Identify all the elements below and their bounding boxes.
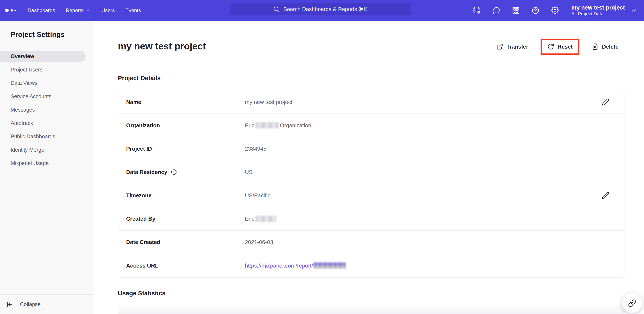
- detail-label: Date Created: [126, 239, 160, 246]
- current-project-name: my new test project: [571, 4, 625, 11]
- detail-label: Organization: [126, 122, 160, 129]
- mixpanel-logo-icon[interactable]: [5, 6, 17, 14]
- nav-item-label: Dashboards: [28, 7, 55, 13]
- sidebar-item-identity-merge[interactable]: Identity Merge: [0, 144, 86, 155]
- search-placeholder: Search Dashboards & Reports ⌘K: [283, 6, 368, 12]
- detail-value: US: [245, 169, 252, 175]
- apps-grid-icon[interactable]: [512, 6, 520, 14]
- detail-row-timezone: Timezone US/Pacific: [118, 184, 624, 207]
- redacted-text: [256, 122, 279, 129]
- sidebar-item-public-dashboards[interactable]: Public Dashboards: [0, 131, 86, 142]
- detail-label: Name: [126, 99, 141, 105]
- primary-nav: Dashboards Reports Users Events: [28, 7, 141, 13]
- chevron-down-icon: [630, 7, 637, 13]
- nav-item-events[interactable]: Events: [125, 7, 141, 13]
- detail-row-organization: Organization Eric Organization: [118, 114, 624, 137]
- transfer-label: Transfer: [506, 43, 528, 50]
- settings-sidebar: Project Settings Overview Project Users …: [0, 21, 94, 314]
- nav-item-users[interactable]: Users: [101, 7, 115, 13]
- chevron-down-icon: [86, 8, 91, 13]
- top-nav: Dashboards Reports Users Events Search D…: [0, 0, 644, 21]
- edit-name-button[interactable]: [602, 98, 610, 106]
- feedback-icon[interactable]: [492, 6, 500, 14]
- detail-value: 2384945: [245, 145, 266, 152]
- nav-item-label: Reports: [66, 7, 84, 13]
- help-icon[interactable]: [532, 6, 540, 14]
- sidebar-title: Project Settings: [0, 21, 93, 39]
- section-project-details: Project Details: [118, 75, 160, 82]
- detail-value: https://mixpanel.com/report/: [245, 262, 347, 269]
- current-project-scope: All Project Data: [571, 11, 625, 16]
- page-title: my new test project: [118, 41, 206, 52]
- redacted-text: [256, 216, 276, 222]
- detail-row-project-id: Project ID 2384945: [118, 137, 624, 160]
- detail-label: Access URL: [126, 262, 158, 269]
- pencil-icon: [602, 98, 610, 106]
- info-icon[interactable]: [171, 169, 177, 175]
- sidebar-item-project-users[interactable]: Project Users: [0, 64, 86, 75]
- value-suffix: Organization: [280, 122, 311, 129]
- sidebar-item-service-accounts[interactable]: Service Accounts: [0, 91, 86, 102]
- value-prefix: Eric: [245, 216, 254, 222]
- detail-value: US/Pacific: [245, 192, 270, 199]
- redacted-text: [314, 263, 346, 269]
- detail-label: Created By: [126, 216, 155, 222]
- detail-label-text: Data Residency: [126, 169, 167, 175]
- access-url-link[interactable]: https://mixpanel.com/report/: [245, 262, 313, 269]
- nav-right-cluster: my new test project All Project Data: [473, 0, 637, 21]
- collapse-sidebar-button[interactable]: Collapse: [0, 295, 93, 314]
- detail-value: my new test project: [245, 99, 292, 105]
- nav-item-label: Users: [101, 7, 115, 13]
- nav-item-reports[interactable]: Reports: [66, 7, 91, 13]
- project-details-card: Name my new test project Organization Er…: [118, 90, 624, 278]
- detail-label: Timezone: [126, 192, 152, 199]
- pencil-icon: [602, 192, 610, 199]
- detail-row-created-by: Created By Eric: [118, 207, 624, 231]
- reset-highlight-box: Reset: [540, 39, 580, 55]
- detail-value: Eric Organization: [245, 122, 311, 129]
- sidebar-item-overview[interactable]: Overview: [0, 51, 86, 62]
- detail-row-date-created: Date Created 2021-06-03: [118, 231, 624, 254]
- reset-label: Reset: [558, 43, 573, 50]
- detail-row-name: Name my new test project: [118, 90, 624, 114]
- link-icon: [628, 299, 636, 307]
- settings-gear-icon[interactable]: [551, 6, 559, 14]
- search-icon: [273, 6, 280, 12]
- reset-icon: [547, 43, 554, 50]
- detail-value: 2021-06-03: [245, 239, 273, 246]
- transfer-button[interactable]: Transfer: [496, 43, 528, 50]
- global-search-input[interactable]: Search Dashboards & Reports ⌘K: [230, 3, 411, 15]
- detail-row-data-residency: Data Residency US: [118, 160, 624, 184]
- usage-statistics-card: [118, 304, 624, 314]
- delete-button[interactable]: Delete: [592, 43, 618, 50]
- value-prefix: Eric: [245, 122, 254, 129]
- nav-item-label: Events: [125, 7, 141, 13]
- edit-timezone-button[interactable]: [602, 192, 610, 199]
- detail-value: Eric: [245, 216, 278, 222]
- sidebar-item-mixpanel-usage[interactable]: Mixpanel Usage: [0, 158, 86, 169]
- reset-button[interactable]: Reset: [547, 43, 573, 50]
- project-actions: Transfer Reset Delete: [496, 38, 618, 56]
- project-switcher[interactable]: my new test project All Project Data: [571, 4, 637, 17]
- sidebar-item-messages[interactable]: Messages: [0, 104, 86, 115]
- delete-label: Delete: [602, 43, 618, 50]
- detail-label: Project ID: [126, 145, 152, 152]
- data-management-icon[interactable]: [473, 6, 481, 14]
- detail-label: Data Residency: [126, 169, 177, 175]
- sidebar-item-data-views[interactable]: Data Views: [0, 78, 86, 88]
- copy-link-fab[interactable]: [622, 294, 642, 313]
- section-usage-statistics: Usage Statistics: [118, 290, 166, 297]
- transfer-icon: [496, 43, 503, 50]
- sidebar-item-autotrack[interactable]: Autotrack: [0, 118, 86, 129]
- nav-item-dashboards[interactable]: Dashboards: [28, 7, 55, 13]
- collapse-label: Collapse: [20, 301, 40, 308]
- trash-icon: [592, 43, 598, 50]
- sidebar-nav: Overview Project Users Data Views Servic…: [0, 51, 93, 169]
- collapse-icon: [6, 301, 13, 308]
- detail-row-access-url: Access URL https://mixpanel.com/report/: [118, 254, 624, 277]
